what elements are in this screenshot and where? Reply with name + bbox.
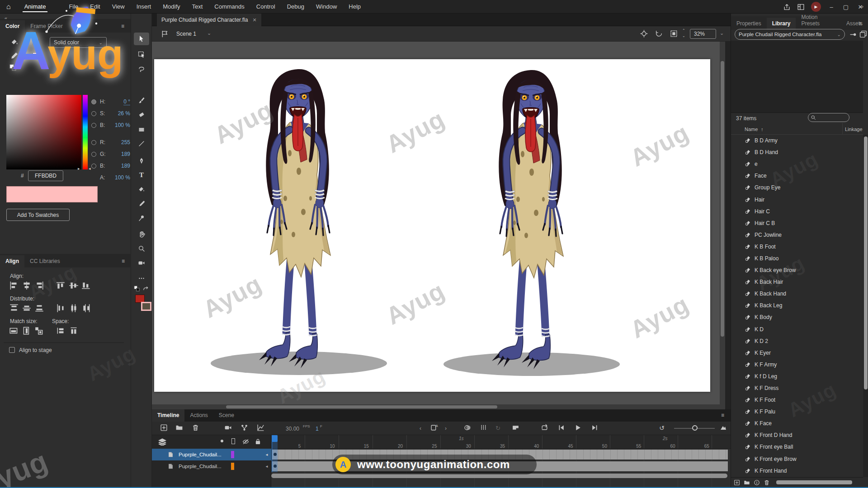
align-to-stage-checkbox[interactable] (9, 347, 15, 353)
swap-colors-icon[interactable] (142, 286, 149, 292)
tab-frame-picker[interactable]: Frame Picker (25, 20, 68, 33)
match-both-button[interactable] (34, 326, 44, 335)
align-left-button[interactable] (9, 281, 19, 290)
share-icon[interactable] (783, 3, 791, 11)
hex-input[interactable]: FFBDBD (28, 170, 63, 181)
library-item[interactable]: K B Paloo (731, 253, 863, 264)
library-item[interactable]: K F Army (731, 359, 863, 371)
space-vertical-button[interactable] (56, 326, 66, 335)
match-width-button[interactable] (9, 326, 19, 335)
stroke-pencil-icon[interactable] (10, 52, 19, 60)
layer-row-1[interactable]: Puprple_Chudail... ◄ (152, 449, 271, 460)
current-frame-value[interactable]: 1 (316, 426, 319, 432)
hue-slider-left-arrow[interactable]: ▸ (78, 166, 80, 171)
zoom-level-input[interactable]: 32% (690, 29, 716, 39)
camera-icon[interactable] (224, 424, 232, 432)
show-all-dot-icon[interactable] (221, 440, 223, 442)
panel-menu-icon[interactable]: ≡ (122, 258, 125, 264)
library-item[interactable]: K Front eye Brow (731, 453, 863, 465)
workspace-icon[interactable] (797, 3, 805, 11)
timeline-ruler[interactable]: 1s 2s 5101520253035404550556065 (271, 435, 731, 449)
library-item[interactable]: K F Palu (731, 406, 863, 418)
library-item[interactable]: K Back Hair (731, 276, 863, 288)
distribute-left-button[interactable] (56, 304, 66, 313)
layer-arrow-icon[interactable]: ◄ (265, 465, 269, 469)
playhead-handle[interactable] (272, 435, 278, 442)
menu-item[interactable]: Help (343, 0, 367, 13)
tab-timeline[interactable]: Timeline (152, 409, 184, 422)
test-movie-button[interactable]: ▶ (811, 2, 821, 12)
library-item[interactable]: K Face (731, 418, 863, 429)
column-name[interactable]: Name (745, 127, 758, 132)
clip-content-icon[interactable] (670, 30, 678, 38)
match-height-button[interactable] (22, 326, 32, 335)
library-item[interactable]: K Front eye Ball (731, 441, 863, 453)
add-to-swatches-button[interactable]: Add To Swatches (6, 209, 70, 221)
brush-tool[interactable] (134, 94, 149, 107)
scene-breadcrumb[interactable]: Scene 1 (176, 31, 196, 37)
tab-actions[interactable]: Actions (184, 409, 213, 422)
canvas-hscrollbar[interactable] (152, 404, 725, 409)
library-item[interactable]: K F Dress (731, 382, 863, 394)
new-library-panel-icon[interactable] (859, 30, 867, 38)
prev-keyframe-icon[interactable]: ‹ (420, 425, 421, 432)
saturation-brightness-picker[interactable] (6, 95, 81, 169)
item-properties-icon[interactable] (754, 479, 760, 486)
library-item[interactable]: K Front D Hand (731, 429, 863, 441)
current-color-swatch[interactable] (6, 186, 98, 202)
pasteboard[interactable] (152, 42, 725, 404)
default-colors-icon[interactable] (134, 286, 141, 292)
stepper-up-icon[interactable]: ⌃ (682, 28, 685, 33)
expand-panels-icon[interactable]: » (861, 4, 863, 9)
tab-scene[interactable]: Scene (213, 409, 240, 422)
library-item[interactable]: K Eyer (731, 347, 863, 359)
delete-item-icon[interactable] (764, 479, 770, 486)
align-bottom-button[interactable] (81, 281, 91, 290)
loop-playback-icon[interactable] (541, 424, 548, 432)
library-vscrollbar[interactable] (863, 135, 868, 477)
menu-item[interactable]: Text (186, 0, 209, 13)
step-back-icon[interactable] (558, 424, 566, 432)
library-item[interactable]: Hair C B (731, 217, 863, 229)
line-tool[interactable] (134, 137, 149, 150)
layer-row-2[interactable]: Puprple_Chudail... ◄ (152, 460, 271, 472)
hue-slider-right-arrow[interactable]: ◂ (89, 166, 91, 171)
minimize-button[interactable]: – (827, 4, 835, 10)
subselection-tool[interactable] (134, 48, 149, 61)
more-tools-button[interactable] (134, 272, 149, 285)
auto-keyframe-icon[interactable]: A (430, 424, 438, 432)
layer-outline-color-chip[interactable] (231, 463, 234, 470)
library-item[interactable]: K Back eye Brow (731, 264, 863, 276)
onion-skin-icon[interactable] (464, 424, 472, 432)
h-radio[interactable] (91, 99, 96, 104)
menu-item[interactable]: View (106, 0, 131, 13)
library-item[interactable]: B D Army (731, 135, 863, 146)
library-item[interactable]: Hair C (731, 206, 863, 217)
g-value[interactable]: 189 (121, 151, 130, 157)
new-folder-icon[interactable] (744, 479, 750, 486)
library-item[interactable]: Group Eye (731, 182, 863, 193)
outline-column-icon[interactable] (231, 438, 235, 444)
layer-outline-color-chip[interactable] (231, 451, 234, 458)
column-linkage[interactable]: Linkage (845, 127, 863, 132)
document-tab[interactable]: Purple Chudail Rigged Character.fla ✕ (157, 14, 261, 26)
library-item[interactable]: K Front Hand (731, 465, 863, 477)
maximize-button[interactable]: ▢ (842, 4, 850, 10)
library-item[interactable]: K F Foot (731, 394, 863, 406)
zoom-tool[interactable] (134, 242, 149, 255)
align-middle-v-button[interactable] (69, 281, 79, 290)
space-horizontal-button[interactable] (69, 326, 79, 335)
reset-timeline-zoom-icon[interactable]: ↺ (659, 424, 665, 432)
library-item[interactable]: K D 2 (731, 335, 863, 347)
menu-item[interactable]: Modify (157, 0, 186, 13)
lasso-tool[interactable] (134, 63, 149, 76)
pin-library-icon[interactable] (849, 31, 857, 38)
panel-menu-icon[interactable]: ≡ (721, 412, 724, 418)
align-right-button[interactable] (34, 281, 44, 290)
delete-layer-icon[interactable] (192, 424, 199, 432)
tab-close-icon[interactable]: ✕ (252, 17, 256, 23)
menu-animate[interactable]: Animate (23, 0, 48, 13)
insert-frame-icon[interactable] (512, 424, 519, 432)
zoom-dropdown-icon[interactable]: ⌄ (720, 30, 724, 36)
menu-item[interactable]: Commands (208, 0, 250, 13)
